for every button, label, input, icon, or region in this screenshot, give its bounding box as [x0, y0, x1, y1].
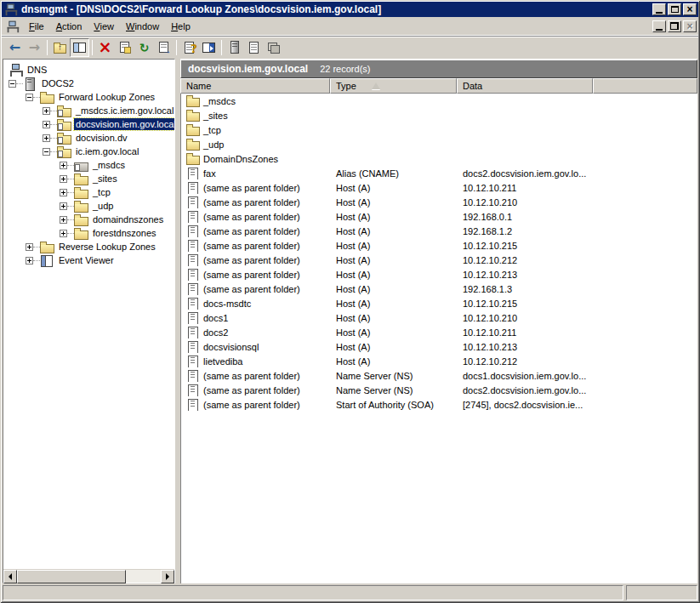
child-close-button[interactable]: × [683, 20, 697, 32]
tree-item-domaindnszones[interactable]: domaindnszones [3, 213, 174, 226]
expand-icon[interactable] [60, 189, 67, 196]
tree-item-docs2[interactable]: DOCS2 [3, 77, 174, 90]
table-row[interactable]: _msdcs [181, 94, 697, 108]
menu-file[interactable]: File [23, 19, 50, 34]
column-header-data[interactable]: Data [457, 78, 593, 94]
table-row[interactable]: (same as parent folder)Host (A)10.12.10.… [181, 253, 697, 267]
close-button[interactable]: × [683, 3, 697, 15]
tree-item-forward-lookup-zones[interactable]: Forward Lookup Zones [3, 90, 174, 104]
tree-horizontal-scrollbar[interactable] [3, 569, 174, 583]
child-restore-button[interactable] [668, 20, 681, 32]
table-row[interactable]: (same as parent folder)Host (A)10.12.10.… [181, 267, 697, 282]
tree-item-label: _sites [91, 173, 119, 185]
scrollbar-track[interactable] [126, 570, 161, 583]
tree-item-udp[interactable]: _udp [3, 199, 174, 213]
expand-icon[interactable] [60, 216, 67, 224]
console-window-icon[interactable] [6, 20, 19, 31]
tree-item-label: DOCS2 [40, 77, 76, 89]
expand-icon[interactable] [43, 121, 50, 128]
table-row[interactable]: (same as parent folder)Host (A)192.168.1… [181, 224, 697, 238]
table-row[interactable]: (same as parent folder)Name Server (NS)d… [181, 383, 697, 397]
tree-item-msdcs[interactable]: _msdcs [3, 158, 174, 172]
record-name: (same as parent folder) [203, 371, 300, 381]
refresh-button[interactable] [134, 38, 154, 57]
server-tool-button[interactable] [225, 38, 244, 57]
up-one-level-button[interactable] [50, 38, 70, 57]
table-row[interactable]: docsvisionsqlHost (A)10.12.10.213 [181, 339, 697, 354]
table-row[interactable]: _udp [181, 137, 697, 151]
console-tree: DNSDOCS2Forward Lookup Zones_msdcs.ic.ie… [3, 60, 174, 569]
maximize-button[interactable] [668, 3, 681, 15]
tree-item-tcp[interactable]: _tcp [3, 185, 174, 199]
table-row[interactable]: (same as parent folder)Host (A)10.12.10.… [181, 195, 697, 209]
export-list-button[interactable] [154, 38, 174, 57]
back-button[interactable] [5, 38, 25, 57]
table-row[interactable]: faxAlias (CNAME)docs2.docsvision.iem.gov… [181, 166, 697, 180]
record-name-cell: (same as parent folder) [181, 254, 331, 266]
tree-item-forestdnszones[interactable]: forestdnszones [3, 226, 174, 240]
table-row[interactable]: docs2Host (A)10.12.10.211 [181, 325, 697, 339]
table-row[interactable]: (same as parent folder)Host (A)10.12.10.… [181, 180, 697, 195]
tree-item-docvision-dv[interactable]: docvision.dv [3, 131, 174, 145]
menu-window[interactable]: Window [120, 19, 165, 34]
record-list-button[interactable] [244, 38, 264, 57]
zone-page-overlay [58, 151, 63, 157]
table-row[interactable]: docs-msdtcHost (A)10.12.10.215 [181, 296, 697, 310]
menu-action[interactable]: Action [50, 19, 88, 34]
forward-button[interactable] [25, 38, 44, 57]
expand-icon[interactable] [60, 175, 67, 183]
expand-icon[interactable] [60, 202, 67, 210]
expand-icon[interactable] [26, 243, 33, 251]
table-row[interactable]: (same as parent folder)Host (A)192.168.0… [181, 209, 697, 224]
zone-icon [57, 145, 71, 158]
tree-item-dns[interactable]: DNS [3, 63, 174, 77]
expand-icon[interactable] [60, 162, 67, 169]
child-minimize-button[interactable] [652, 20, 666, 32]
tree-item-event-viewer[interactable]: Event Viewer [3, 253, 174, 267]
record-data: docs1.docsvision.iem.gov.lo... [458, 371, 594, 381]
scroll-right-button[interactable] [161, 570, 174, 583]
scrollbar-thumb[interactable] [17, 570, 126, 583]
tree-item-msdcs-ic-iem-gov-local[interactable]: _msdcs.ic.iem.gov.local [3, 104, 174, 117]
title-bar[interactable]: dnsmgmt - [DNS\DOCS2\Forward Lookup Zone… [2, 2, 698, 17]
help-button[interactable] [179, 38, 199, 57]
collapse-icon[interactable] [26, 94, 33, 101]
table-row[interactable]: (same as parent folder)Host (A)10.12.10.… [181, 238, 697, 253]
properties-button[interactable] [115, 38, 134, 57]
table-row[interactable]: _sites [181, 108, 697, 122]
column-header-name[interactable]: Name [180, 78, 330, 94]
folder-icon [74, 226, 88, 240]
delete-button[interactable] [95, 38, 115, 57]
folder-icon [74, 185, 88, 199]
table-row[interactable]: DomainDnsZones [181, 151, 697, 166]
show-hide-console-tree-button[interactable] [70, 38, 89, 57]
record-type: Host (A) [331, 327, 458, 338]
tree-item-ic-iem-gov-local[interactable]: ic.iem.gov.local [3, 145, 174, 158]
new-window-from-here-button[interactable] [199, 38, 219, 57]
table-row[interactable]: (same as parent folder)Start of Authorit… [181, 397, 697, 412]
record-data: 192.168.1.2 [458, 226, 594, 236]
collapse-icon[interactable] [9, 80, 16, 88]
table-row[interactable]: docs1Host (A)10.12.10.210 [181, 310, 697, 325]
expand-icon[interactable] [60, 230, 67, 237]
collapse-icon[interactable] [43, 148, 50, 156]
scroll-left-button[interactable] [3, 570, 17, 583]
column-header-type[interactable]: Type [330, 78, 457, 94]
table-row[interactable]: lietvedibaHost (A)10.12.10.212 [181, 354, 697, 368]
tree-item-docsvision-iem-gov-local[interactable]: docsvision.iem.gov.local [3, 117, 174, 131]
minimize-button[interactable] [652, 3, 666, 15]
related-folders-button[interactable] [264, 38, 283, 57]
table-row[interactable]: _tcp [181, 122, 697, 137]
expand-icon[interactable] [43, 107, 50, 115]
tree-connector [16, 83, 23, 84]
table-row[interactable]: (same as parent folder)Name Server (NS)d… [181, 368, 697, 383]
record-data: 10.12.10.210 [458, 313, 594, 323]
tree-item-reverse-lookup-zones[interactable]: Reverse Lookup Zones [3, 240, 174, 253]
record-data: 10.12.10.213 [458, 342, 594, 352]
expand-icon[interactable] [26, 257, 33, 265]
menu-help[interactable]: Help [165, 19, 196, 34]
table-row[interactable]: (same as parent folder)Host (A)192.168.1… [181, 282, 697, 296]
expand-icon[interactable] [43, 134, 50, 142]
menu-view[interactable]: View [88, 19, 120, 34]
tree-item-sites[interactable]: _sites [3, 172, 174, 185]
